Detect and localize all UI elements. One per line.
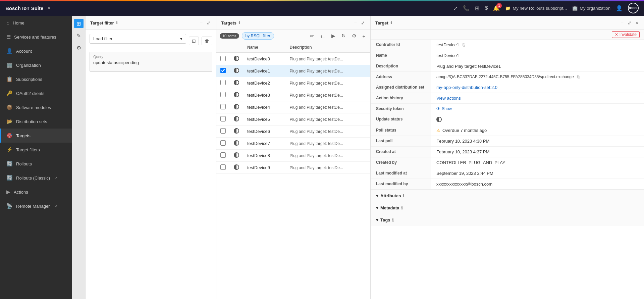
address-copy-button[interactable]: ⎘	[577, 74, 580, 79]
sidebar-item-account[interactable]: 👤 Account	[0, 44, 72, 58]
device-name: testDevice9	[243, 162, 286, 174]
sidebar-item-actions[interactable]: ▶ Actions	[0, 185, 72, 199]
subscriptions-icon: 📋	[6, 76, 13, 82]
metadata-info-icon[interactable]: ℹ	[401, 206, 403, 210]
sidebar-item-services[interactable]: ☰ Services and features	[0, 30, 72, 44]
tags-info-icon[interactable]: ℹ	[392, 218, 394, 222]
sidebar-item-remote[interactable]: 📡 Remote Manager ↗	[0, 199, 72, 213]
update-status-icon	[436, 117, 442, 122]
table-row[interactable]: testDevice7 Plug and Play target: testDe…	[216, 138, 370, 150]
assigned-ds-link[interactable]: my-app-only-distribution-set:2.0	[436, 85, 497, 90]
notification-badge: 1	[496, 3, 502, 8]
detail-info-icon[interactable]: ℹ	[390, 20, 392, 25]
settings-button[interactable]: ⚙	[350, 32, 358, 40]
sidebar-item-organization[interactable]: 🏢 Organization	[0, 58, 72, 72]
table-row[interactable]: testDevice2 Plug and Play target: testDe…	[216, 77, 370, 89]
detail-minimize-button[interactable]: −	[620, 19, 624, 26]
load-filter-dropdown[interactable]: Load filter ▾	[90, 34, 186, 44]
show-token-button[interactable]: 👁 Show	[436, 106, 452, 111]
row-checkbox[interactable]	[220, 68, 226, 73]
row-checkbox[interactable]	[220, 116, 226, 121]
table-row[interactable]: testDevice5 Plug and Play target: testDe…	[216, 113, 370, 126]
invalidate-button[interactable]: ✕ Invalidate	[612, 31, 640, 38]
content-area: ⊞ ✎ ⚙ Target filter ℹ − ⤢ Load filter	[72, 16, 644, 299]
mini-gear-icon[interactable]: ⚙	[74, 43, 84, 52]
row-checkbox[interactable]	[220, 92, 226, 97]
table-row[interactable]: testDevice8 Plug and Play target: testDe…	[216, 150, 370, 162]
share-icon[interactable]: ⤢	[453, 5, 458, 11]
phone-icon[interactable]: 📞	[463, 5, 470, 11]
assigned-ds-value: my-app-only-distribution-set:2.0	[431, 82, 644, 93]
mini-table-icon[interactable]: ⊞	[74, 19, 84, 28]
add-target-button[interactable]: +	[361, 32, 367, 40]
tag-target-button[interactable]: 🏷	[319, 32, 327, 40]
created-by-value: CONTROLLER_PLUG_AND_PLAY	[431, 157, 644, 168]
row-checkbox[interactable]	[220, 128, 226, 134]
mini-edit-icon[interactable]: ✎	[74, 31, 84, 40]
sidebar-item-home[interactable]: ⌂ Home	[0, 16, 72, 30]
refresh-button[interactable]: ↻	[340, 32, 347, 40]
device-name: testDevice5	[243, 113, 286, 126]
eye-icon: 👁	[436, 106, 440, 111]
user-icon[interactable]: 👤	[616, 5, 623, 11]
metadata-section[interactable]: ▾ Metadata ℹ	[371, 202, 644, 214]
filter-delete-button[interactable]: 🗑	[202, 37, 212, 45]
attributes-section[interactable]: ▾ Attributes ℹ	[371, 190, 644, 202]
table-row[interactable]: testDevice3 Plug and Play target: testDe…	[216, 89, 370, 101]
table-row[interactable]: testDevice0 Plug and Play target: testDe…	[216, 53, 370, 65]
app-close-button[interactable]: ×	[47, 5, 50, 11]
home-icon: ⌂	[6, 20, 9, 26]
status-col-header	[230, 42, 243, 53]
sidebar-item-rollouts-classic[interactable]: 🔄 Rollouts (Classic) ↗	[0, 171, 72, 185]
sidebar-item-subscriptions[interactable]: 📋 Subscriptions	[0, 72, 72, 86]
attributes-info-icon[interactable]: ℹ	[403, 194, 405, 198]
targets-info-icon[interactable]: ℹ	[238, 20, 240, 25]
edit-target-button[interactable]: ✏	[308, 32, 316, 40]
layout-icon[interactable]: ⊞	[475, 5, 479, 11]
detail-expand-button[interactable]: ⤢	[627, 19, 632, 26]
row-checkbox[interactable]	[220, 56, 226, 61]
table-row[interactable]: testDevice9 Plug and Play target: testDe…	[216, 162, 370, 174]
targets-expand-button[interactable]: ⤢	[360, 19, 366, 26]
device-name: testDevice2	[243, 77, 286, 89]
row-checkbox[interactable]	[220, 164, 226, 170]
table-row[interactable]: testDevice6 Plug and Play target: testDe…	[216, 126, 370, 138]
row-checkbox[interactable]	[220, 104, 226, 109]
dollar-icon[interactable]: $	[485, 5, 488, 11]
org-selector[interactable]: 🏢 My organization	[572, 6, 610, 11]
targets-minimize-button[interactable]: −	[354, 19, 358, 26]
play-button[interactable]: ▶	[330, 32, 337, 40]
filter-minimize-button[interactable]: −	[199, 19, 203, 26]
active-filter-badge[interactable]: by RSQL filter	[242, 32, 274, 40]
row-checkbox[interactable]	[220, 140, 226, 146]
view-actions-link[interactable]: View actions	[436, 96, 461, 101]
subscription-selector[interactable]: 📁 My new Rollouts subscript...	[505, 6, 567, 11]
notification-bell[interactable]: 🔔 1	[493, 5, 500, 11]
table-row[interactable]: testDevice4 Plug and Play target: testDe…	[216, 101, 370, 113]
rollouts-classic-icon: 🔄	[6, 175, 13, 181]
poll-status-value: ⚠ Overdue 7 months ago	[431, 125, 644, 136]
org-icon: 🏢	[572, 6, 578, 11]
row-checkbox[interactable]	[220, 80, 226, 85]
detail-close-button[interactable]: ×	[635, 19, 639, 26]
sidebar-item-distribution[interactable]: 📂 Distribution sets	[0, 114, 72, 129]
sidebar-item-label: Home	[13, 20, 24, 26]
tags-section[interactable]: ▾ Tags ℹ	[371, 214, 644, 226]
actions-icon: ▶	[6, 189, 10, 195]
dropdown-arrow-icon: ▾	[180, 36, 182, 41]
table-row[interactable]: testDevice1 Plug and Play target: testDe…	[216, 65, 370, 77]
sidebar-item-target-filters[interactable]: ⚡ Target filters	[0, 143, 72, 157]
sidebar-item-label: Organization	[16, 63, 41, 68]
sidebar-item-targets[interactable]: 🎯 Targets	[0, 129, 72, 143]
device-description: Plug and Play target: testDe...	[286, 126, 370, 138]
controller-id-copy-button[interactable]: ⎘	[463, 43, 465, 47]
row-checkbox[interactable]	[220, 152, 226, 158]
filter-expand-button[interactable]: ⤢	[206, 19, 211, 26]
filter-info-icon[interactable]: ℹ	[116, 20, 118, 25]
filter-copy-button[interactable]: ⊡	[189, 37, 199, 45]
sidebar-item-rollouts[interactable]: 🔄 Rollouts	[0, 157, 72, 171]
sidebar-item-oauth2[interactable]: 🔑 OAuth2 clients	[0, 86, 72, 100]
sidebar-item-software[interactable]: 📦 Software modules	[0, 100, 72, 114]
update-status-value	[431, 114, 644, 125]
filter-panel-header: Target filter ℹ − ⤢	[86, 16, 216, 30]
